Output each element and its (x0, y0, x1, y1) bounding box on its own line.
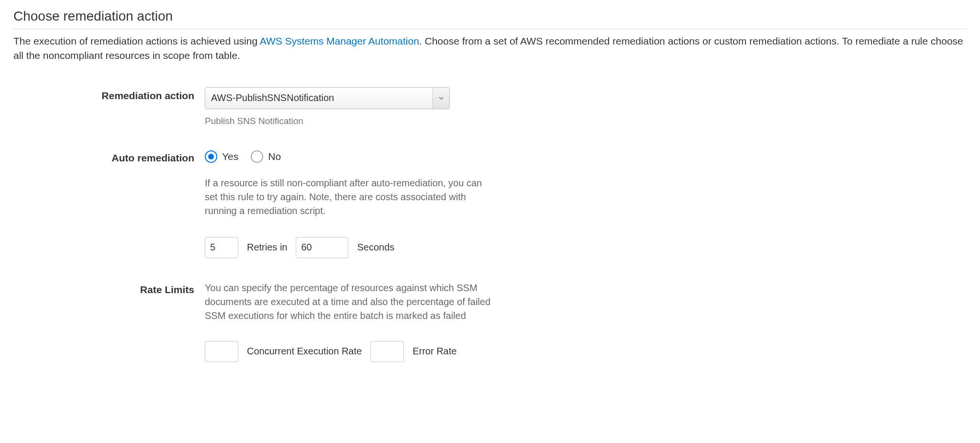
remediation-action-value: AWS-PublishSNSNotification (205, 88, 433, 109)
seconds-input[interactable] (296, 237, 348, 258)
section-description: The execution of remediation actions is … (13, 34, 967, 63)
ssm-automation-link[interactable]: AWS Systems Manager Automation (260, 35, 419, 46)
radio-yes-icon (205, 150, 217, 163)
row-auto-remediation: Auto remediation Yes No If a resource is… (13, 149, 967, 258)
row-remediation-action: Remediation action AWS-PublishSNSNotific… (13, 87, 967, 126)
remediation-action-label: Remediation action (13, 87, 205, 102)
auto-remediation-radio-group: Yes No (205, 149, 497, 163)
concurrent-rate-label: Concurrent Execution Rate (247, 346, 362, 357)
radio-yes-label: Yes (222, 151, 238, 162)
select-dropdown-button[interactable] (433, 88, 449, 109)
radio-no-icon (251, 150, 263, 163)
seconds-label: Seconds (357, 242, 394, 253)
chevron-down-icon (438, 95, 444, 101)
radio-no-label: No (268, 151, 281, 162)
remediation-action-helper: Publish SNS Notification (205, 116, 497, 126)
desc-part1: The execution of remediation actions is … (13, 35, 260, 46)
error-rate-input[interactable] (370, 341, 404, 362)
rate-limits-label: Rate Limits (13, 281, 205, 295)
form: Remediation action AWS-PublishSNSNotific… (13, 87, 967, 362)
rate-inputs-row: Concurrent Execution Rate Error Rate (205, 341, 497, 362)
retries-input[interactable] (205, 237, 238, 258)
concurrent-rate-input[interactable] (205, 341, 238, 362)
row-rate-limits: Rate Limits You can specify the percenta… (13, 281, 967, 362)
rate-limits-description: You can specify the percentage of resour… (205, 281, 497, 323)
auto-remediation-no[interactable]: No (251, 150, 281, 163)
auto-remediation-label: Auto remediation (13, 149, 205, 164)
error-rate-label: Error Rate (412, 346, 457, 357)
remediation-action-select[interactable]: AWS-PublishSNSNotification (205, 87, 450, 109)
auto-remediation-control: Yes No If a resource is still non-compli… (205, 149, 497, 258)
remediation-form-page: Choose remediation action The execution … (0, 0, 980, 404)
remediation-action-control: AWS-PublishSNSNotification Publish SNS N… (205, 87, 497, 126)
auto-remediation-description: If a resource is still non-compliant aft… (205, 176, 487, 218)
rate-limits-control: You can specify the percentage of resour… (205, 281, 497, 362)
retries-label: Retries in (247, 242, 287, 253)
retries-row: Retries in Seconds (205, 237, 497, 258)
section-title: Choose remediation action (13, 9, 967, 29)
auto-remediation-yes[interactable]: Yes (205, 150, 238, 163)
